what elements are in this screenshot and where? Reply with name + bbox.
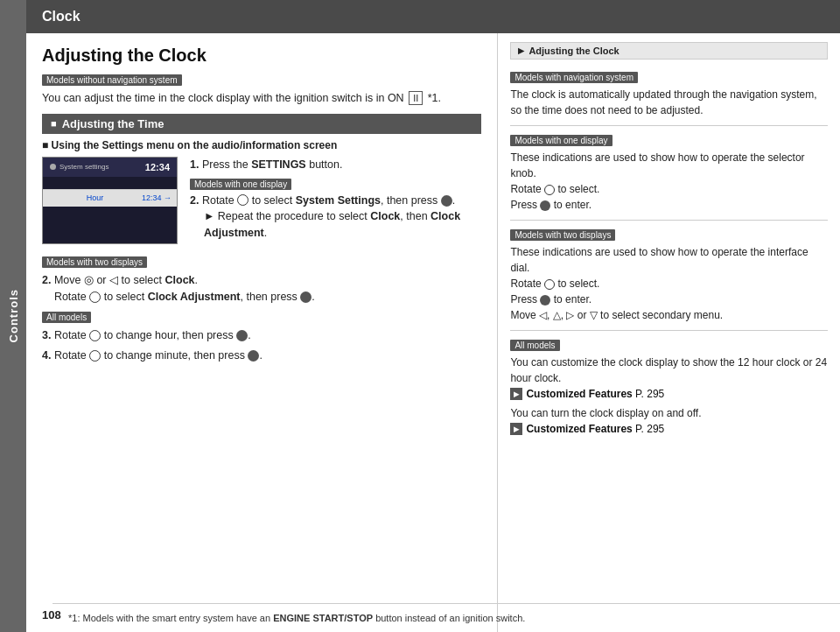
screen-row1-val: 12:34 →: [142, 193, 172, 202]
step-1: 1. Press the SETTINGS button.: [190, 157, 481, 173]
sidebar-label: Controls: [7, 289, 20, 342]
right-badge-nav: Models with navigation system: [510, 72, 638, 83]
badge-two-displays: Models with two displays: [42, 256, 147, 268]
right-one-text: These indications are used to show how t…: [510, 150, 828, 213]
link-icon-1: ▶: [510, 388, 522, 400]
badge-no-nav: Models without navigation system: [42, 74, 182, 86]
screen-time: 12:34: [145, 162, 170, 172]
customized-link-1: ▶ Customized Features P. 295: [510, 388, 828, 400]
right-two-displays-section: Models with two displays These indicatio…: [510, 224, 828, 323]
right-two-text: These indications are used to show how t…: [510, 244, 828, 323]
customized-features-label-1: Customized Features: [526, 388, 632, 400]
intro-text: You can adjust the time in the clock dis…: [42, 90, 481, 107]
right-nav-text: The clock is automatically updated throu…: [510, 87, 828, 118]
content-body: Adjusting the Clock Models without navig…: [26, 33, 840, 632]
steps-area: 1. Press the SETTINGS button. Models wit…: [190, 157, 481, 245]
right-all-models-section: All models You can customize the clock d…: [510, 334, 828, 435]
right-badge-two: Models with two displays: [510, 229, 615, 241]
customized-features-label-2: Customized Features: [526, 423, 632, 435]
footer-note2: button instead of an ignition switch.: [375, 613, 525, 623]
subsection-title: Using the Settings menu on the audio/inf…: [42, 139, 481, 151]
right-badge-all: All models: [510, 340, 559, 351]
page-title: Adjusting the Clock: [42, 46, 481, 66]
link-page-2: P. 295: [635, 423, 664, 435]
right-badge-one: Models with one display: [510, 135, 612, 146]
footer-bold: ENGINE START/STOP: [273, 613, 373, 623]
divider-1: [510, 125, 828, 126]
right-nav-section: Models with navigation system The clock …: [510, 67, 828, 118]
main-content: Clock Adjusting the Clock Models without…: [26, 0, 840, 632]
step-3: 3. Rotate to change hour, then press .: [42, 327, 481, 344]
screen-mockup: System settings 12:34 Hour 12:34 →: [42, 157, 178, 244]
left-column: Adjusting the Clock Models without navig…: [26, 33, 498, 632]
footer: *1: Models with the smart entry system h…: [52, 603, 840, 633]
on-icon: II: [409, 91, 423, 105]
step-4: 4. Rotate to change minute, then press .: [42, 348, 481, 364]
footer-note: *1: Models with the smart entry system h…: [68, 613, 270, 623]
sidebar-tab: Controls: [0, 0, 26, 632]
link-icon-2: ▶: [510, 423, 522, 435]
step-2-nav: 2. Rotate to select System Settings, the…: [190, 193, 481, 242]
header-title: Clock: [42, 9, 80, 25]
right-column: Adjusting the Clock Models with navigati…: [498, 33, 840, 632]
right-all-text: You can customize the clock display to s…: [510, 355, 828, 386]
screen-row1: Hour: [87, 193, 104, 202]
right-one-display-section: Models with one display These indication…: [510, 130, 828, 213]
step-2-two: 2. Move ◎ or ◁ to select Clock. Rotate t…: [42, 272, 481, 305]
badge-one-display: Models with one display: [190, 179, 291, 190]
section-heading-time: Adjusting the Time: [42, 114, 481, 134]
right-all-text2: You can turn the clock display on and of…: [510, 405, 828, 421]
page-header: Clock: [26, 0, 840, 33]
customized-link-2: ▶ Customized Features P. 295: [510, 423, 828, 435]
link-page-1: P. 295: [635, 388, 664, 400]
badge-all-models-steps: All models: [42, 312, 91, 323]
screen-label: System settings: [60, 163, 108, 171]
right-section-header: Adjusting the Clock: [510, 42, 828, 60]
divider-3: [510, 330, 828, 331]
divider-2: [510, 220, 828, 221]
